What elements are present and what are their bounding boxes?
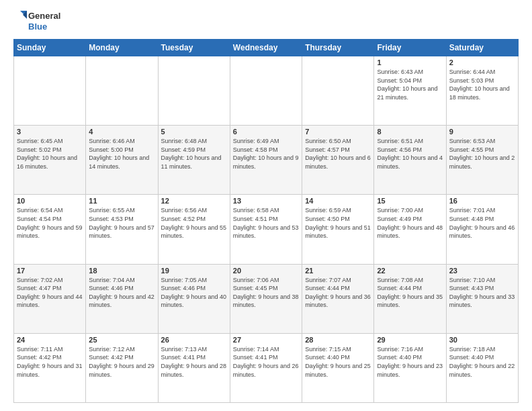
day-info: Sunrise: 7:08 AMSunset: 4:44 PMDaylight:… xyxy=(377,276,443,310)
day-info: Sunrise: 6:51 AMSunset: 4:56 PMDaylight:… xyxy=(377,137,443,171)
calendar-cell xyxy=(14,56,86,126)
calendar-cell xyxy=(158,56,230,126)
calendar-cell: 5Sunrise: 6:48 AMSunset: 4:59 PMDaylight… xyxy=(158,126,230,195)
day-info: Sunrise: 6:53 AMSunset: 4:55 PMDaylight:… xyxy=(449,137,515,171)
calendar-week-5: 24Sunrise: 7:11 AMSunset: 4:42 PMDayligh… xyxy=(14,333,519,402)
day-number: 5 xyxy=(161,128,227,136)
day-number: 11 xyxy=(89,197,154,205)
day-info: Sunrise: 7:18 AMSunset: 4:40 PMDaylight:… xyxy=(449,345,515,379)
day-number: 14 xyxy=(305,197,371,205)
weekday-header-row: SundayMondayTuesdayWednesdayThursdayFrid… xyxy=(14,40,519,56)
day-number: 25 xyxy=(89,336,154,344)
calendar-cell: 29Sunrise: 7:16 AMSunset: 4:40 PMDayligh… xyxy=(374,333,446,402)
day-info: Sunrise: 6:58 AMSunset: 4:51 PMDaylight:… xyxy=(233,206,299,240)
calendar-cell: 13Sunrise: 6:58 AMSunset: 4:51 PMDayligh… xyxy=(230,195,302,264)
calendar-cell: 10Sunrise: 6:54 AMSunset: 4:54 PMDayligh… xyxy=(14,195,86,264)
calendar-cell: 4Sunrise: 6:46 AMSunset: 5:00 PMDaylight… xyxy=(86,126,158,195)
day-number: 10 xyxy=(17,197,83,205)
day-info: Sunrise: 6:59 AMSunset: 4:50 PMDaylight:… xyxy=(305,206,371,240)
calendar-cell: 26Sunrise: 7:13 AMSunset: 4:41 PMDayligh… xyxy=(158,333,230,402)
logo-text: General Blue xyxy=(28,11,60,32)
calendar-cell: 24Sunrise: 7:11 AMSunset: 4:42 PMDayligh… xyxy=(14,333,86,402)
calendar-cell: 16Sunrise: 7:01 AMSunset: 4:48 PMDayligh… xyxy=(446,195,518,264)
day-info: Sunrise: 7:07 AMSunset: 4:44 PMDaylight:… xyxy=(305,276,371,310)
day-info: Sunrise: 7:06 AMSunset: 4:45 PMDaylight:… xyxy=(233,276,299,310)
day-number: 30 xyxy=(449,336,515,344)
calendar-cell: 28Sunrise: 7:15 AMSunset: 4:40 PMDayligh… xyxy=(302,333,374,402)
day-info: Sunrise: 6:44 AMSunset: 5:03 PMDaylight:… xyxy=(449,68,515,101)
day-number: 9 xyxy=(449,128,515,136)
calendar-table: SundayMondayTuesdayWednesdayThursdayFrid… xyxy=(13,39,519,403)
calendar-cell xyxy=(86,56,158,126)
weekday-thursday: Thursday xyxy=(302,40,374,56)
header: General Blue xyxy=(13,11,519,32)
calendar-cell: 6Sunrise: 6:49 AMSunset: 4:58 PMDaylight… xyxy=(230,126,302,195)
calendar-cell: 18Sunrise: 7:04 AMSunset: 4:46 PMDayligh… xyxy=(86,264,158,333)
calendar-cell: 14Sunrise: 6:59 AMSunset: 4:50 PMDayligh… xyxy=(302,195,374,264)
day-info: Sunrise: 7:12 AMSunset: 4:42 PMDaylight:… xyxy=(89,345,154,379)
day-info: Sunrise: 6:45 AMSunset: 5:02 PMDaylight:… xyxy=(17,137,83,171)
logo-graphic xyxy=(13,11,27,32)
day-info: Sunrise: 7:01 AMSunset: 4:48 PMDaylight:… xyxy=(449,206,515,240)
day-number: 24 xyxy=(17,336,83,344)
weekday-tuesday: Tuesday xyxy=(158,40,230,56)
day-number: 12 xyxy=(161,197,227,205)
day-info: Sunrise: 6:55 AMSunset: 4:53 PMDaylight:… xyxy=(89,206,154,240)
calendar-cell: 12Sunrise: 6:56 AMSunset: 4:52 PMDayligh… xyxy=(158,195,230,264)
calendar-cell: 22Sunrise: 7:08 AMSunset: 4:44 PMDayligh… xyxy=(374,264,446,333)
calendar-cell: 3Sunrise: 6:45 AMSunset: 5:02 PMDaylight… xyxy=(14,126,86,195)
weekday-monday: Monday xyxy=(86,40,158,56)
weekday-friday: Friday xyxy=(374,40,446,56)
day-info: Sunrise: 6:48 AMSunset: 4:59 PMDaylight:… xyxy=(161,137,227,171)
day-number: 16 xyxy=(449,197,515,205)
calendar-cell: 30Sunrise: 7:18 AMSunset: 4:40 PMDayligh… xyxy=(446,333,518,402)
day-info: Sunrise: 6:43 AMSunset: 5:04 PMDaylight:… xyxy=(377,68,443,101)
calendar-page: General Blue SundayMondayTuesdayWednesda… xyxy=(0,0,532,411)
day-number: 20 xyxy=(233,267,299,275)
day-info: Sunrise: 6:56 AMSunset: 4:52 PMDaylight:… xyxy=(161,206,227,240)
calendar-cell: 9Sunrise: 6:53 AMSunset: 4:55 PMDaylight… xyxy=(446,126,518,195)
calendar-cell: 11Sunrise: 6:55 AMSunset: 4:53 PMDayligh… xyxy=(86,195,158,264)
day-number: 21 xyxy=(305,267,371,275)
day-number: 18 xyxy=(89,267,154,275)
calendar-cell xyxy=(230,56,302,126)
calendar-cell: 8Sunrise: 6:51 AMSunset: 4:56 PMDaylight… xyxy=(374,126,446,195)
day-number: 4 xyxy=(89,128,154,136)
weekday-wednesday: Wednesday xyxy=(230,40,302,56)
day-number: 26 xyxy=(161,336,227,344)
weekday-saturday: Saturday xyxy=(446,40,518,56)
calendar-cell: 25Sunrise: 7:12 AMSunset: 4:42 PMDayligh… xyxy=(86,333,158,402)
day-info: Sunrise: 6:49 AMSunset: 4:58 PMDaylight:… xyxy=(233,137,299,171)
calendar-week-1: 1Sunrise: 6:43 AMSunset: 5:04 PMDaylight… xyxy=(14,56,519,126)
calendar-cell: 20Sunrise: 7:06 AMSunset: 4:45 PMDayligh… xyxy=(230,264,302,333)
day-info: Sunrise: 7:11 AMSunset: 4:42 PMDaylight:… xyxy=(17,345,83,379)
day-number: 2 xyxy=(449,58,515,66)
calendar-week-4: 17Sunrise: 7:02 AMSunset: 4:47 PMDayligh… xyxy=(14,264,519,333)
calendar-cell: 1Sunrise: 6:43 AMSunset: 5:04 PMDaylight… xyxy=(374,56,446,126)
day-number: 19 xyxy=(161,267,227,275)
day-number: 3 xyxy=(17,128,83,136)
calendar-cell xyxy=(302,56,374,126)
calendar-week-3: 10Sunrise: 6:54 AMSunset: 4:54 PMDayligh… xyxy=(14,195,519,264)
logo: General Blue xyxy=(13,11,60,32)
day-number: 23 xyxy=(449,267,515,275)
logo-container: General Blue xyxy=(13,11,60,32)
calendar-cell: 15Sunrise: 7:00 AMSunset: 4:49 PMDayligh… xyxy=(374,195,446,264)
calendar-cell: 2Sunrise: 6:44 AMSunset: 5:03 PMDaylight… xyxy=(446,56,518,126)
day-info: Sunrise: 6:54 AMSunset: 4:54 PMDaylight:… xyxy=(17,206,83,240)
day-number: 27 xyxy=(233,336,299,344)
day-info: Sunrise: 7:00 AMSunset: 4:49 PMDaylight:… xyxy=(377,206,443,240)
day-info: Sunrise: 7:02 AMSunset: 4:47 PMDaylight:… xyxy=(17,276,83,310)
weekday-sunday: Sunday xyxy=(14,40,86,56)
calendar-cell: 27Sunrise: 7:14 AMSunset: 4:41 PMDayligh… xyxy=(230,333,302,402)
calendar-cell: 21Sunrise: 7:07 AMSunset: 4:44 PMDayligh… xyxy=(302,264,374,333)
day-info: Sunrise: 7:15 AMSunset: 4:40 PMDaylight:… xyxy=(305,345,371,379)
logo-general: General xyxy=(28,11,60,21)
day-info: Sunrise: 7:14 AMSunset: 4:41 PMDaylight:… xyxy=(233,345,299,379)
day-number: 28 xyxy=(305,336,371,344)
calendar-cell: 17Sunrise: 7:02 AMSunset: 4:47 PMDayligh… xyxy=(14,264,86,333)
day-info: Sunrise: 7:16 AMSunset: 4:40 PMDaylight:… xyxy=(377,345,443,379)
calendar-cell: 23Sunrise: 7:10 AMSunset: 4:43 PMDayligh… xyxy=(446,264,518,333)
day-number: 22 xyxy=(377,267,443,275)
day-number: 8 xyxy=(377,128,443,136)
